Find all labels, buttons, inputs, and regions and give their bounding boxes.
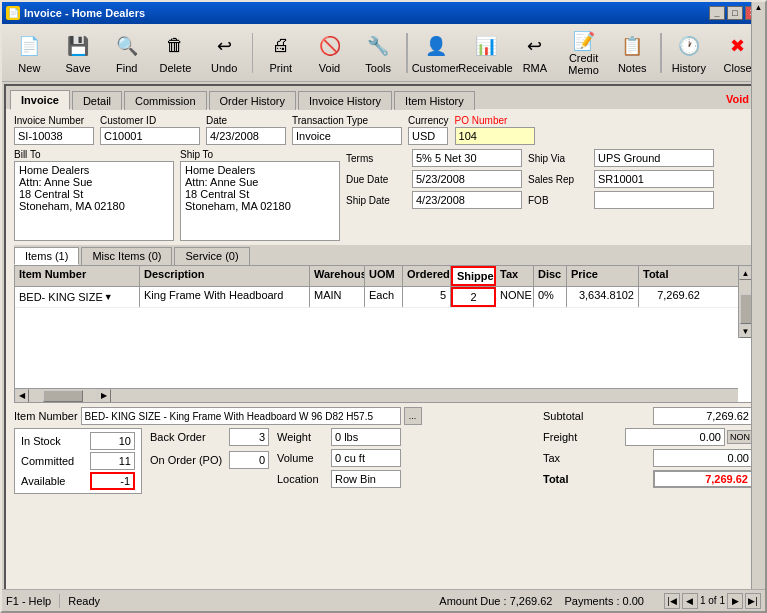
app-icon: 📄 — [6, 6, 20, 20]
grid-scrollbar-v[interactable]: ▲ ▼ — [738, 266, 752, 338]
dimensions-info: Weight Volume Location — [277, 428, 401, 494]
tools-button[interactable]: 🔧 Tools — [355, 27, 402, 79]
minimize-button[interactable]: _ — [709, 6, 725, 20]
invoice-number-input[interactable] — [14, 127, 94, 145]
status-bar: F1 - Help Ready Amount Due : 7,269.62 Pa… — [2, 589, 765, 611]
cell-warehouse: MAIN — [310, 287, 365, 307]
cell-disc: 0% — [534, 287, 567, 307]
due-date-input[interactable] — [412, 170, 522, 188]
available-input[interactable] — [90, 472, 135, 490]
void-label: Void — [319, 62, 340, 74]
find-button[interactable]: 🔍 Find — [103, 27, 150, 79]
delete-button[interactable]: 🗑 Delete — [152, 27, 199, 79]
save-label: Save — [66, 62, 91, 74]
toolbar: 📄 New 💾 Save 🔍 Find 🗑 Delete ↩ Undo 🖨 Pr… — [2, 24, 765, 82]
bill-to-address: Home Dealers Attn: Anne Sue 18 Central S… — [14, 161, 174, 241]
scroll-left-btn[interactable]: ◀ — [15, 389, 29, 403]
volume-input[interactable] — [331, 449, 401, 467]
tab-itemhistory[interactable]: Item History — [394, 91, 475, 110]
back-order-label: Back Order — [150, 431, 225, 443]
back-order-input[interactable] — [229, 428, 269, 446]
notes-button[interactable]: 📋 Notes — [609, 27, 656, 79]
totals-section: Subtotal Freight NON Tax — [543, 407, 753, 494]
in-stock-input[interactable] — [90, 432, 135, 450]
browse-button[interactable]: ... — [404, 407, 422, 425]
rma-button[interactable]: ↩ RMA — [512, 27, 559, 79]
ship-date-input[interactable] — [412, 191, 522, 209]
scroll-right-btn[interactable]: ▶ — [97, 389, 111, 403]
terms-input[interactable] — [412, 149, 522, 167]
scroll-thumb-v[interactable] — [740, 294, 752, 324]
tab-invoicehistory[interactable]: Invoice History — [298, 91, 392, 110]
tab-detail[interactable]: Detail — [72, 91, 122, 110]
tab-orderhistory[interactable]: Order History — [209, 91, 296, 110]
tab-commission[interactable]: Commission — [124, 91, 207, 110]
col-disc: Disc — [534, 266, 567, 286]
cell-shipped: 2 — [451, 287, 496, 307]
item-number-detail-input[interactable] — [81, 407, 401, 425]
currency-input[interactable] — [408, 127, 448, 145]
pager-prev-btn[interactable]: ◀ — [682, 593, 698, 609]
items-tab-items[interactable]: Items (1) — [14, 247, 79, 265]
toolbar-separator — [252, 33, 254, 73]
items-tabs: Items (1) Misc Items (0) Service (0) — [14, 245, 753, 265]
receivable-icon: 📊 — [470, 30, 502, 62]
print-button[interactable]: 🖨 Print — [257, 27, 304, 79]
dropdown-arrow-icon[interactable]: ▼ — [104, 292, 113, 302]
items-tab-service[interactable]: Service (0) — [174, 247, 249, 265]
find-icon: 🔍 — [111, 30, 143, 62]
grid-scrollbar-h[interactable]: ◀ ▶ — [15, 388, 738, 402]
maximize-button[interactable]: □ — [727, 6, 743, 20]
notes-icon: 📋 — [616, 30, 648, 62]
col-description: Description — [140, 266, 310, 286]
history-label: History — [672, 62, 706, 74]
on-order-input[interactable] — [229, 451, 269, 469]
cell-total: 7,269.62 — [639, 287, 704, 307]
void-button[interactable]: 🚫 Void — [306, 27, 353, 79]
new-icon: 📄 — [13, 30, 45, 62]
history-button[interactable]: 🕐 History — [666, 27, 713, 79]
customer-id-input[interactable] — [100, 127, 200, 145]
bill-to-line1: Home Dealers — [19, 164, 169, 176]
on-order-label: On Order (PO) — [150, 454, 225, 466]
transaction-type-input[interactable] — [292, 127, 402, 145]
creditmemo-button[interactable]: 📝 Credit Memo — [560, 27, 607, 79]
save-button[interactable]: 💾 Save — [55, 27, 102, 79]
committed-input[interactable] — [90, 452, 135, 470]
items-tab-misc[interactable]: Misc Items (0) — [81, 247, 172, 265]
pager-next-btn[interactable]: ▶ — [727, 593, 743, 609]
date-input[interactable] — [206, 127, 286, 145]
po-number-input[interactable] — [455, 127, 535, 145]
subtotal-value — [653, 407, 753, 425]
creditmemo-icon: 📝 — [568, 30, 600, 52]
new-button[interactable]: 📄 New — [6, 27, 53, 79]
fob-input[interactable] — [594, 191, 714, 209]
cell-price: 3,634.8102 — [567, 287, 639, 307]
volume-label: Volume — [277, 452, 327, 464]
title-bar: 📄 Invoice - Home Dealers _ □ ✕ — [2, 2, 765, 24]
ship-via-input[interactable] — [594, 149, 714, 167]
delete-icon: 🗑 — [159, 30, 191, 62]
payment-info: Payments : 0.00 — [564, 595, 644, 607]
pager-last-btn[interactable]: ▶| — [745, 593, 761, 609]
table-row[interactable]: BED- KING SIZE ▼ King Frame With Headboa… — [15, 287, 738, 308]
cell-uom: Each — [365, 287, 403, 307]
weight-input[interactable] — [331, 428, 401, 446]
terms-label: Terms — [346, 153, 406, 164]
undo-button[interactable]: ↩ Undo — [201, 27, 248, 79]
pager-first-btn[interactable]: |◀ — [664, 593, 680, 609]
tax-value — [653, 449, 753, 467]
receivable-button[interactable]: 📊 Receivable — [462, 27, 510, 79]
close-label: Close — [724, 62, 752, 74]
sales-rep-input[interactable] — [594, 170, 714, 188]
col-price: Price — [567, 266, 639, 286]
pager: |◀ ◀ 1 of 1 ▶ ▶| — [664, 593, 761, 609]
location-input[interactable] — [331, 470, 401, 488]
scroll-thumb-h[interactable] — [43, 390, 83, 402]
stock-info-box: In Stock Committed Available — [14, 428, 142, 494]
tab-invoice[interactable]: Invoice — [10, 90, 70, 110]
tax-total-label: Tax — [543, 452, 603, 464]
ready-status: Ready — [68, 595, 100, 607]
window-title: Invoice - Home Dealers — [24, 7, 145, 19]
customer-button[interactable]: 👤 Customer — [412, 27, 460, 79]
